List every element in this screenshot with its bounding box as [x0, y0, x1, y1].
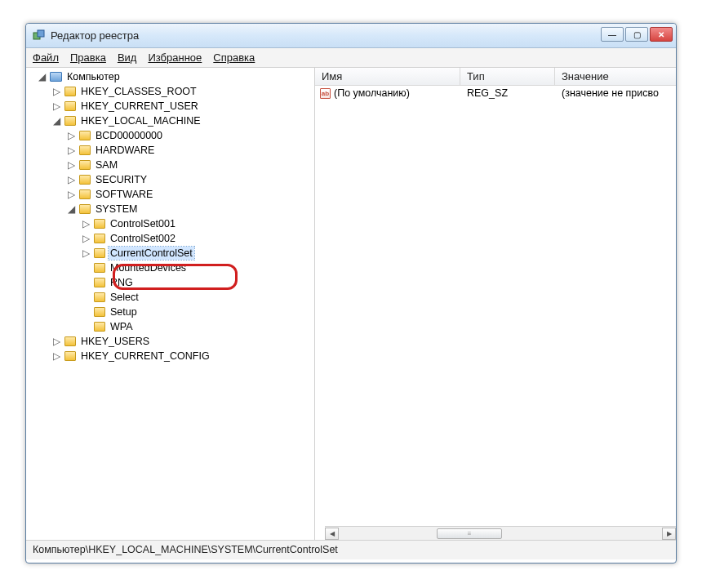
expand-icon[interactable]: ▷ — [52, 337, 61, 346]
listview-header: Имя Тип Значение — [315, 68, 676, 86]
app-icon — [33, 29, 46, 42]
listview-body[interactable]: ab (По умолчанию) REG_SZ (значение не пр… — [315, 86, 676, 526]
maximize-button[interactable]: ▢ — [625, 27, 648, 42]
col-header-type[interactable]: Тип — [460, 68, 555, 85]
window-buttons: — ▢ ✕ — [601, 27, 673, 42]
tree-label: Компьютер — [65, 70, 122, 83]
folder-icon — [79, 175, 91, 185]
folder-icon — [94, 248, 105, 258]
tree-node-select[interactable]: Select — [82, 290, 314, 305]
expand-icon[interactable]: ▷ — [82, 249, 91, 258]
tree-node-controlset001[interactable]: ▷ ControlSet001 — [82, 216, 314, 231]
tree-node-mounteddevices[interactable]: MountedDevices — [82, 261, 314, 275]
expand-icon[interactable]: ▷ — [67, 176, 76, 185]
folder-icon — [94, 278, 105, 287]
menubar: Файл Правка Вид Избранное Справка — [26, 48, 676, 68]
tree-label: ControlSet002 — [109, 232, 177, 245]
computer-icon — [50, 72, 62, 82]
folder-icon — [94, 292, 105, 302]
tree-node-currentcontrolset[interactable]: ▷ CurrentControlSet — [82, 246, 314, 261]
listview-row[interactable]: ab (По умолчанию) REG_SZ (значение не пр… — [315, 86, 676, 100]
tree-label: HKEY_CURRENT_CONFIG — [79, 350, 211, 363]
menu-edit[interactable]: Правка — [70, 51, 106, 64]
tree-node-hkcc[interactable]: ▷ HKEY_CURRENT_CONFIG — [52, 349, 314, 363]
tree-label: MountedDevices — [109, 261, 188, 274]
tree-pane[interactable]: ◢ Компьютер ▷ HKEY_CLASSES_ROOT ▷ — [26, 68, 315, 540]
tree-node-system[interactable]: ◢ SYSTEM — [67, 202, 314, 216]
folder-icon — [79, 189, 91, 199]
tree-node-setup[interactable]: Setup — [82, 305, 314, 319]
tree-label: ControlSet001 — [109, 217, 177, 230]
value-name: (По умолчанию) — [334, 87, 410, 99]
tree-node-wpa[interactable]: WPA — [82, 319, 314, 334]
expand-icon[interactable]: ▷ — [52, 352, 61, 361]
folder-icon — [94, 322, 105, 332]
folder-icon — [94, 219, 105, 229]
tree-label-selected: CurrentControlSet — [109, 247, 194, 260]
folder-icon — [64, 351, 76, 361]
value-data: (значение не присво — [555, 87, 676, 99]
tree-node-hkcr[interactable]: ▷ HKEY_CLASSES_ROOT — [52, 84, 314, 99]
tree-node-bcd[interactable]: ▷ BCD00000000 — [67, 128, 314, 143]
col-header-name[interactable]: Имя — [315, 68, 460, 85]
expand-icon[interactable]: ▷ — [67, 161, 76, 170]
tree-node-software[interactable]: ▷ SOFTWARE — [67, 187, 314, 202]
folder-icon — [94, 263, 105, 273]
folder-icon — [79, 145, 91, 155]
string-value-icon: ab — [320, 88, 331, 99]
menu-help[interactable]: Справка — [213, 51, 255, 64]
folder-icon — [79, 160, 91, 170]
titlebar[interactable]: Редактор реестра — ▢ ✕ — [26, 24, 676, 48]
menu-view[interactable]: Вид — [118, 51, 137, 64]
tree-label: WPA — [109, 320, 135, 333]
window-title: Редактор реестра — [51, 29, 139, 42]
tree-node-security[interactable]: ▷ SECURITY — [67, 172, 314, 187]
statusbar-path: Компьютер\HKEY_LOCAL_MACHINE\SYSTEM\Curr… — [33, 544, 338, 555]
collapse-icon[interactable]: ◢ — [52, 117, 61, 126]
minimize-button[interactable]: — — [601, 27, 624, 42]
folder-icon — [64, 87, 76, 96]
tree-label: HKEY_CURRENT_USER — [79, 100, 200, 113]
tree-node-rng[interactable]: RNG — [82, 275, 314, 290]
scroll-thumb[interactable]: ≡ — [437, 528, 502, 539]
tree-label: SAM — [94, 158, 119, 172]
horizontal-scrollbar[interactable]: ◀ ≡ ▶ — [325, 526, 676, 540]
tree-label: RNG — [109, 276, 135, 289]
expand-icon[interactable]: ▷ — [82, 234, 91, 243]
folder-icon — [64, 336, 76, 346]
scroll-track[interactable]: ≡ — [339, 528, 662, 540]
tree-node-sam[interactable]: ▷ SAM — [67, 158, 314, 172]
menu-favorites[interactable]: Избранное — [148, 51, 202, 64]
folder-icon — [79, 204, 91, 214]
expand-icon[interactable]: ▷ — [52, 87, 61, 96]
scroll-left-button[interactable]: ◀ — [325, 528, 339, 540]
expand-icon[interactable]: ▷ — [67, 190, 76, 199]
scroll-right-button[interactable]: ▶ — [662, 528, 676, 540]
client-area: ◢ Компьютер ▷ HKEY_CLASSES_ROOT ▷ — [26, 68, 676, 540]
tree-node-hku[interactable]: ▷ HKEY_USERS — [52, 334, 314, 349]
close-button[interactable]: ✕ — [650, 27, 673, 42]
expand-icon[interactable]: ▷ — [67, 131, 76, 140]
registry-editor-window: Редактор реестра — ▢ ✕ Файл Правка Вид И… — [25, 23, 677, 564]
expand-icon[interactable]: ▷ — [82, 220, 91, 229]
tree-label: BCD00000000 — [94, 129, 164, 142]
tree-node-hkcu[interactable]: ▷ HKEY_CURRENT_USER — [52, 99, 314, 114]
tree-label: HKEY_USERS — [79, 335, 151, 348]
values-pane: Имя Тип Значение ab (По умолчанию) REG_S… — [315, 68, 676, 540]
col-header-value[interactable]: Значение — [555, 68, 676, 85]
tree-node-hardware[interactable]: ▷ HARDWARE — [67, 143, 314, 158]
folder-icon — [94, 307, 105, 317]
tree-label: HKEY_CLASSES_ROOT — [79, 85, 198, 98]
expand-icon[interactable]: ▷ — [67, 146, 76, 155]
menu-file[interactable]: Файл — [33, 51, 59, 64]
tree-node-controlset002[interactable]: ▷ ControlSet002 — [82, 231, 314, 246]
collapse-icon[interactable]: ◢ — [38, 73, 47, 82]
tree-node-hklm[interactable]: ◢ HKEY_LOCAL_MACHINE — [52, 114, 314, 128]
tree-node-computer[interactable]: ◢ Компьютер — [38, 69, 314, 84]
tree-label: SOFTWARE — [94, 188, 154, 201]
folder-icon — [64, 116, 76, 126]
expand-icon[interactable]: ▷ — [52, 102, 61, 111]
tree-label: Select — [109, 291, 140, 304]
folder-icon — [79, 131, 91, 140]
collapse-icon[interactable]: ◢ — [67, 205, 76, 214]
